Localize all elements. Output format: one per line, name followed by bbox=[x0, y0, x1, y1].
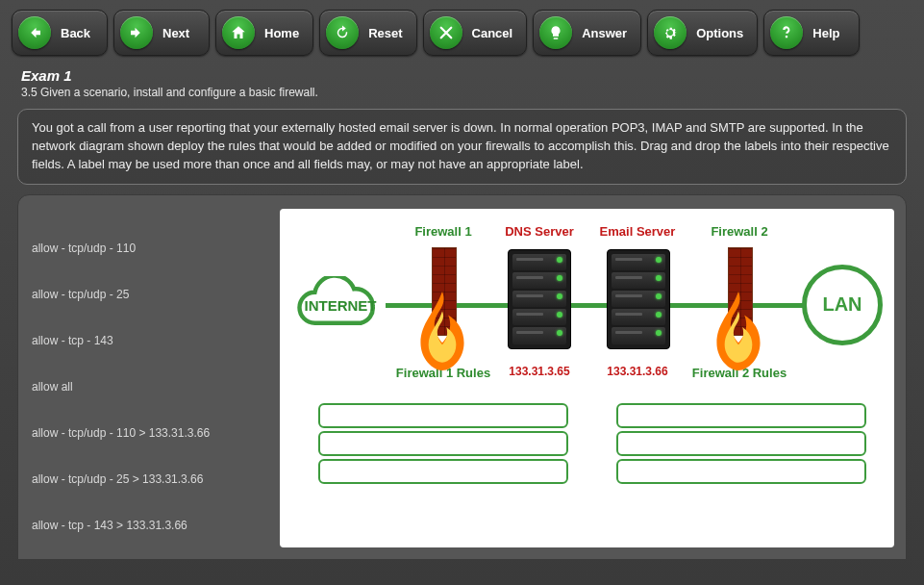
home-label: Home bbox=[264, 26, 299, 40]
firewall2-drop-slot[interactable] bbox=[616, 459, 866, 484]
dns-server-icon bbox=[506, 249, 573, 355]
answer-label: Answer bbox=[582, 26, 627, 40]
firewall1-drop-slot[interactable] bbox=[318, 403, 568, 428]
drag-label[interactable]: allow - tcp - 143 bbox=[30, 326, 280, 355]
network-diagram: INTERNET Firewall 1 Firewall 1 Rules DNS… bbox=[280, 209, 894, 547]
dns-ip: 133.31.3.65 bbox=[491, 365, 587, 378]
firewall2-drop-slot[interactable] bbox=[616, 431, 866, 456]
arrow-left-icon bbox=[18, 16, 51, 49]
help-label: Help bbox=[812, 26, 839, 40]
drag-label[interactable]: allow - tcp/udp - 110 > 133.31.3.66 bbox=[30, 419, 280, 447]
cancel-button[interactable]: Cancel bbox=[423, 10, 528, 56]
help-button[interactable]: Help bbox=[763, 10, 860, 56]
lan-label: LAN bbox=[822, 293, 862, 316]
home-button[interactable]: Home bbox=[215, 10, 313, 56]
firewall1-icon bbox=[422, 247, 464, 353]
close-icon bbox=[430, 16, 462, 49]
email-server-icon bbox=[605, 249, 672, 355]
email-title: Email Server bbox=[580, 224, 695, 239]
next-label: Next bbox=[162, 26, 189, 40]
toolbar: Back Next Home Reset Cancel Answer Optio… bbox=[0, 0, 924, 65]
back-label: Back bbox=[61, 26, 90, 40]
firewall1-drop-column bbox=[318, 403, 568, 487]
objective-text: 3.5 Given a scenario, install and config… bbox=[21, 86, 903, 99]
gear-icon bbox=[654, 16, 687, 49]
lan-node: LAN bbox=[802, 265, 883, 345]
internet-label: INTERNET bbox=[287, 297, 393, 314]
firewall2-drop-slot[interactable] bbox=[616, 403, 866, 428]
firewall1-drop-slot[interactable] bbox=[318, 459, 568, 484]
home-icon bbox=[222, 16, 255, 49]
cancel-label: Cancel bbox=[472, 26, 513, 40]
drag-label[interactable]: allow - tcp/udp - 25 > 133.31.3.66 bbox=[30, 465, 280, 494]
exam-title: Exam 1 bbox=[21, 67, 903, 84]
firewall2-title: Firewall 2 bbox=[682, 224, 797, 239]
email-ip: 133.31.3.66 bbox=[589, 365, 686, 378]
work-panel: allow - tcp/udp - 110 allow - tcp/udp - … bbox=[17, 194, 907, 560]
lightbulb-icon bbox=[539, 16, 572, 49]
back-button[interactable]: Back bbox=[12, 10, 108, 56]
scenario-text: You got a call from a user reporting tha… bbox=[17, 109, 907, 185]
help-icon bbox=[770, 16, 803, 49]
drag-label[interactable]: allow - tcp/udp - 25 bbox=[30, 280, 280, 309]
options-button[interactable]: Options bbox=[647, 10, 758, 56]
firewall2-icon bbox=[718, 247, 761, 353]
reset-icon bbox=[326, 16, 359, 49]
drag-label[interactable]: allow all bbox=[30, 372, 280, 401]
reset-button[interactable]: Reset bbox=[319, 10, 416, 56]
drag-labels-column: allow - tcp/udp - 110 allow - tcp/udp - … bbox=[30, 209, 280, 547]
firewall1-drop-slot[interactable] bbox=[318, 431, 568, 456]
header: Exam 1 3.5 Given a scenario, install and… bbox=[0, 65, 924, 103]
arrow-right-icon bbox=[120, 16, 153, 49]
next-button[interactable]: Next bbox=[113, 10, 210, 56]
reset-label: Reset bbox=[368, 26, 402, 40]
answer-button[interactable]: Answer bbox=[533, 10, 641, 56]
drag-label[interactable]: allow - tcp - 143 > 133.31.3.66 bbox=[30, 511, 280, 540]
options-label: Options bbox=[696, 26, 743, 40]
firewall2-drop-column bbox=[616, 403, 866, 487]
drag-label[interactable]: allow - tcp/udp - 110 bbox=[30, 234, 280, 263]
internet-cloud-icon: INTERNET bbox=[287, 276, 393, 336]
